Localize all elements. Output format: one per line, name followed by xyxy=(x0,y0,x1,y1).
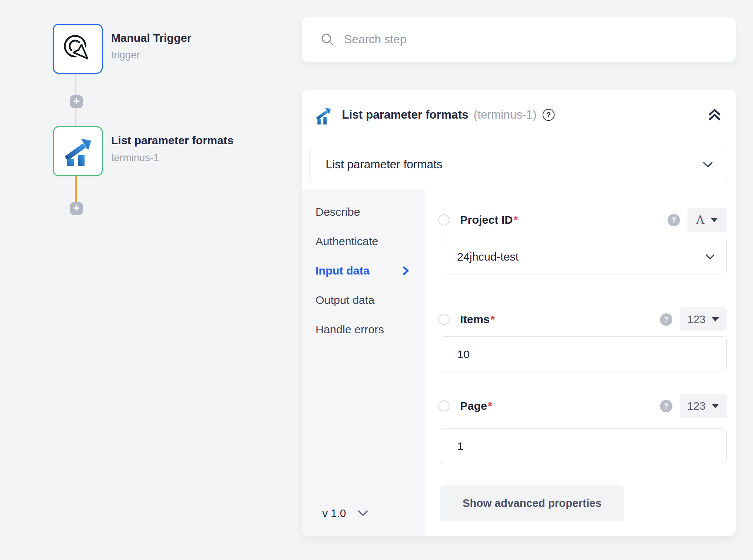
tab-handle-errors[interactable]: Handle errors xyxy=(302,315,425,344)
required-asterisk: * xyxy=(514,214,518,226)
node-list-parameter-formats[interactable] xyxy=(53,126,103,176)
tab-label: Handle errors xyxy=(316,323,384,336)
page-field xyxy=(440,428,727,464)
tab-authenticate[interactable]: Authenticate xyxy=(302,227,425,256)
terminus-icon xyxy=(64,137,92,166)
panel-header: List parameter formats (terminus-1) ? xyxy=(316,103,722,127)
caret-down-icon xyxy=(712,404,719,408)
version-selector[interactable]: v 1.0 xyxy=(322,502,369,525)
tab-label: Authenticate xyxy=(316,235,378,248)
radio-page[interactable] xyxy=(438,400,450,412)
tab-label: Input data xyxy=(316,264,369,277)
required-asterisk: * xyxy=(490,313,495,326)
caret-down-icon xyxy=(710,218,718,222)
step-action-select[interactable]: List parameter formats xyxy=(309,147,728,182)
connector-line xyxy=(75,108,76,126)
type-selector-number[interactable]: 123 xyxy=(680,394,727,418)
step-config-panel: List parameter formats (terminus-1) ? Li… xyxy=(302,90,736,536)
radio-project-id[interactable] xyxy=(438,214,450,226)
show-advanced-properties-button[interactable]: Show advanced properties xyxy=(440,485,624,521)
node-title: List parameter formats xyxy=(111,134,233,147)
cursor-click-icon xyxy=(63,34,93,64)
items-input[interactable] xyxy=(457,348,715,361)
search-icon xyxy=(321,33,334,46)
tab-describe[interactable]: Describe xyxy=(302,197,425,227)
collapse-panel-button[interactable] xyxy=(707,108,722,122)
node-title: Manual Trigger xyxy=(111,32,191,44)
panel-body: Describe Authenticate Input data Output … xyxy=(302,189,736,536)
add-step-button[interactable]: + xyxy=(70,95,83,108)
node-manual-trigger[interactable] xyxy=(53,24,103,74)
chevron-down-icon xyxy=(702,161,713,168)
panel-title: List parameter formats xyxy=(342,108,468,122)
tab-label: Output data xyxy=(316,294,375,307)
required-asterisk: * xyxy=(488,400,492,412)
field-row-items: Items * ? 123 xyxy=(438,307,727,331)
project-id-select[interactable]: 24jhcud-test xyxy=(440,239,727,275)
project-id-value: 24jhcud-test xyxy=(457,250,518,263)
version-label: v 1.0 xyxy=(322,507,346,520)
field-label: Items xyxy=(460,313,489,326)
node-subtitle: terminus-1 xyxy=(111,152,159,164)
chevron-down-icon xyxy=(705,253,715,260)
node-subtitle: trigger xyxy=(111,49,140,61)
caret-down-icon xyxy=(712,317,719,322)
field-row-project-id: Project ID * ? A xyxy=(438,208,727,232)
page-input[interactable] xyxy=(457,440,715,453)
search-bar xyxy=(302,17,736,62)
help-icon[interactable]: ? xyxy=(660,313,672,326)
type-badge: 123 xyxy=(687,313,706,326)
help-icon[interactable]: ? xyxy=(668,214,680,226)
config-sidebar: Describe Authenticate Input data Output … xyxy=(302,189,425,536)
tab-label: Describe xyxy=(316,206,360,218)
connector-line xyxy=(75,74,76,95)
terminus-icon xyxy=(316,105,331,125)
tab-input-data[interactable]: Input data xyxy=(302,256,425,285)
type-badge: 123 xyxy=(687,400,706,412)
chevron-right-icon xyxy=(401,266,410,276)
chevrons-up-icon xyxy=(707,108,722,122)
radio-items[interactable] xyxy=(438,314,450,325)
help-icon[interactable]: ? xyxy=(660,400,672,412)
tab-output-data[interactable]: Output data xyxy=(302,285,425,315)
step-action-value: List parameter formats xyxy=(326,158,442,171)
connector-line-active xyxy=(75,176,77,202)
add-step-button[interactable]: + xyxy=(70,202,83,215)
field-label: Page xyxy=(460,400,487,412)
type-badge: A xyxy=(696,213,704,227)
type-selector-text[interactable]: A xyxy=(687,208,727,232)
field-label: Project ID xyxy=(460,214,513,226)
panel-instance-name: (terminus-1) xyxy=(474,108,537,122)
help-icon[interactable]: ? xyxy=(543,109,555,121)
search-input[interactable] xyxy=(344,28,736,51)
chevron-down-icon xyxy=(357,510,369,517)
field-row-page: Page * ? 123 xyxy=(438,394,727,418)
type-selector-number[interactable]: 123 xyxy=(680,307,727,331)
items-field xyxy=(440,336,727,372)
